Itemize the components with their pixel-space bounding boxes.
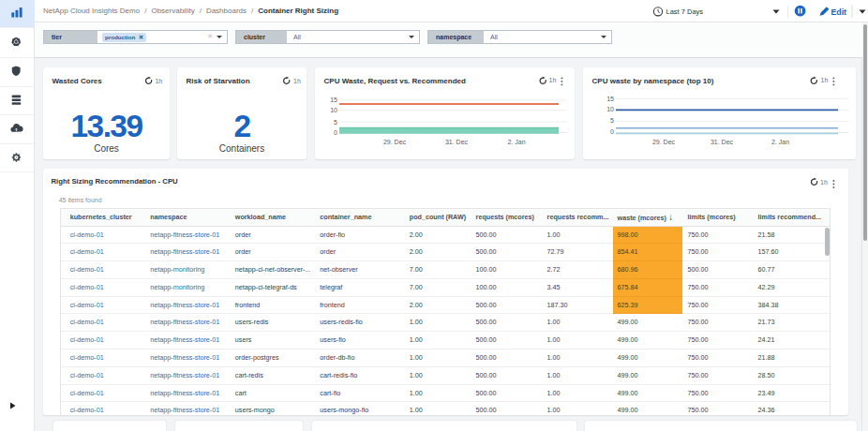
svg-text:Last 7 Days: Last 7 Days xyxy=(666,7,704,16)
svg-text:29. Dec: 29. Dec xyxy=(383,139,407,145)
svg-text:2. Jan: 2. Jan xyxy=(507,139,525,145)
svg-text:31. Dec: 31. Dec xyxy=(445,139,469,145)
svg-text:15: 15 xyxy=(330,97,337,103)
svg-text:Edit: Edit xyxy=(831,7,847,17)
svg-text:1h: 1h xyxy=(820,179,828,186)
svg-text:1h: 1h xyxy=(821,77,829,83)
svg-text:10: 10 xyxy=(330,107,337,113)
svg-text:5: 5 xyxy=(334,119,337,126)
svg-text:10: 10 xyxy=(606,106,614,112)
svg-text:31. Dec: 31. Dec xyxy=(711,139,734,145)
svg-text:5: 5 xyxy=(610,117,614,124)
svg-text:2. Jan: 2. Jan xyxy=(771,139,789,145)
svg-text:15: 15 xyxy=(606,96,614,102)
svg-text:0: 0 xyxy=(334,129,337,136)
svg-text:1h: 1h xyxy=(549,77,557,83)
svg-text:29. Dec: 29. Dec xyxy=(652,139,676,145)
svg-text:0: 0 xyxy=(610,128,614,135)
